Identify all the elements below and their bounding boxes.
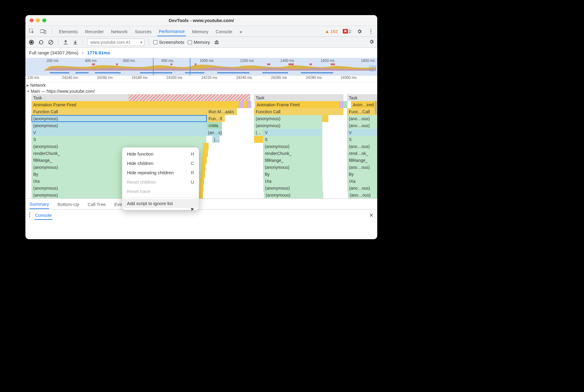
flame-block[interactable]: S <box>347 136 377 143</box>
tabs-overflow[interactable]: » <box>238 27 243 36</box>
drawer-tab-console[interactable]: Console <box>34 210 52 220</box>
flame-block-selected[interactable]: (anonymous) <box>31 115 207 122</box>
flame-block[interactable]: (an…s) <box>206 129 222 136</box>
flame-block[interactable] <box>239 101 243 108</box>
flame-block[interactable]: (anonymous) <box>263 143 322 150</box>
flame-block[interactable]: (anonymous) <box>254 122 322 129</box>
record-button[interactable] <box>28 39 34 45</box>
window-zoom-button[interactable] <box>42 18 46 22</box>
tab-performance[interactable]: Performance <box>157 27 186 36</box>
warning-count[interactable]: ▲ 162 <box>325 29 338 34</box>
tab-sources[interactable]: Sources <box>134 27 153 36</box>
capture-settings-icon[interactable] <box>369 39 374 45</box>
scrollbar-thumb[interactable] <box>375 101 377 114</box>
overview-bracket-right[interactable] <box>190 58 190 75</box>
cm-add-ignore-list[interactable]: Add script to ignore list <box>122 199 199 208</box>
tab-network[interactable]: Network <box>110 27 129 36</box>
net-strip <box>44 72 365 74</box>
expand-icon: ▶ <box>27 84 29 87</box>
flame-block[interactable]: By <box>263 171 322 178</box>
flame-block[interactable]: fillRange_ <box>263 157 322 164</box>
clear-button[interactable] <box>48 39 54 45</box>
flame-block[interactable]: (anonymous) <box>31 122 207 129</box>
flame-block[interactable]: By <box>347 171 377 178</box>
reload-button[interactable] <box>38 39 44 45</box>
flame-block[interactable]: Animation Frame Fired <box>31 101 239 108</box>
flame-block[interactable]: (anonymous) <box>264 191 323 198</box>
flame-block[interactable]: (ano…ous) <box>347 122 377 129</box>
flame-block[interactable]: S <box>263 136 322 143</box>
tab-call-tree[interactable]: Call Tree <box>88 200 106 209</box>
flame-block[interactable]: Func…Call <box>347 108 377 115</box>
main-track-header[interactable]: ▼ Main — https://www.youtube.com/ <box>25 88 377 94</box>
window-minimize-button[interactable] <box>36 18 40 22</box>
tab-recorder[interactable]: Recorder <box>84 27 105 36</box>
flame-block[interactable]: IXa <box>263 178 323 185</box>
flame-block[interactable] <box>247 101 251 108</box>
flame-block[interactable]: (… <box>254 129 263 136</box>
flame-block[interactable]: (… <box>212 136 219 143</box>
flame-block[interactable]: (ano…ous) <box>347 185 377 191</box>
flame-chart[interactable]: Task Task Task Animation Frame Fired Ani… <box>25 94 377 198</box>
upload-icon[interactable] <box>63 39 69 45</box>
full-range-label[interactable]: Full range (34307.26ms) <box>29 50 78 55</box>
close-drawer-icon[interactable]: ✕ <box>369 212 374 219</box>
console-drawer: Console ✕ <box>25 209 377 221</box>
flame-block[interactable]: (anonymous) <box>263 185 323 191</box>
flame-block[interactable]: renderChunk_ <box>263 150 322 157</box>
flame-block[interactable]: Run M…asks <box>207 108 237 115</box>
flame-block[interactable]: IXa <box>347 178 377 185</box>
flame-block[interactable]: Anim…ired <box>351 101 377 108</box>
tab-summary[interactable]: Summary <box>30 199 49 209</box>
timeline-overview[interactable]: 200 ms400 ms 600 ms800 ms 1000 ms1200 ms… <box>25 58 377 76</box>
flame-block[interactable]: Function Call <box>31 108 207 115</box>
garbage-collect-icon[interactable] <box>214 39 220 45</box>
cm-hide-function[interactable]: Hide functionH <box>122 149 199 159</box>
network-track-header[interactable]: ▶ Network <box>25 82 377 88</box>
settings-icon[interactable] <box>356 29 363 34</box>
chevron-right-icon: › <box>82 50 83 55</box>
collapse-icon: ▼ <box>27 90 30 93</box>
detail-tabs: Summary Bottom-Up Call Tree Event Log <box>25 198 377 209</box>
flame-block[interactable] <box>129 94 250 101</box>
flame-block[interactable]: Function Call <box>254 108 343 115</box>
window-close-button[interactable] <box>30 18 34 22</box>
flame-block[interactable]: V <box>31 129 206 136</box>
flame-block[interactable]: mWa <box>207 122 222 129</box>
flame-block[interactable]: V <box>263 129 322 136</box>
flame-block[interactable]: (anonymous) <box>254 115 322 122</box>
flame-block[interactable]: Task <box>254 94 343 101</box>
overview-bracket-left[interactable] <box>153 58 154 75</box>
selected-range[interactable]: 1776.91ms <box>87 50 110 55</box>
profile-selector[interactable]: www.youtube.com #1 <box>87 39 144 46</box>
flame-block[interactable] <box>243 101 247 108</box>
flame-block[interactable]: (ano…ous) <box>348 191 377 198</box>
flame-block[interactable]: rend…nk_ <box>347 150 377 157</box>
download-icon[interactable] <box>72 39 78 45</box>
drawer-menu-icon[interactable] <box>29 212 30 218</box>
device-toolbar-icon[interactable] <box>40 29 47 34</box>
inspect-element-icon[interactable] <box>28 29 35 34</box>
flame-block[interactable]: V <box>347 129 377 136</box>
screenshots-checkbox[interactable]: Screenshots <box>153 40 184 45</box>
flame-block[interactable]: (ano…ous) <box>347 115 377 122</box>
flame-block[interactable]: (ano…ous) <box>347 164 377 171</box>
flame-block[interactable]: S <box>31 136 206 143</box>
flame-block[interactable]: Task <box>347 94 377 101</box>
tab-memory[interactable]: Memory <box>191 27 209 36</box>
error-count[interactable]: ✖ 2 <box>343 29 351 34</box>
flame-block[interactable]: Task <box>31 94 129 101</box>
flame-block[interactable]: Fun…ll <box>207 115 225 122</box>
flame-block[interactable]: Animation Frame Fired <box>255 101 339 108</box>
flame-block[interactable]: (anonymous) <box>263 164 322 171</box>
flame-block[interactable]: fillRange_ <box>347 157 377 164</box>
tab-console[interactable]: Console <box>214 27 233 36</box>
tab-elements[interactable]: Elements <box>58 27 79 36</box>
more-menu-icon[interactable] <box>368 29 374 34</box>
cm-hide-repeating[interactable]: Hide repeating childrenR <box>122 168 199 177</box>
svg-rect-10 <box>170 63 172 65</box>
flame-block[interactable]: (ano…ous) <box>347 143 377 150</box>
tab-bottom-up[interactable]: Bottom-Up <box>57 200 79 209</box>
cm-hide-children[interactable]: Hide childrenC <box>122 159 199 168</box>
memory-checkbox[interactable]: Memory <box>188 40 210 45</box>
